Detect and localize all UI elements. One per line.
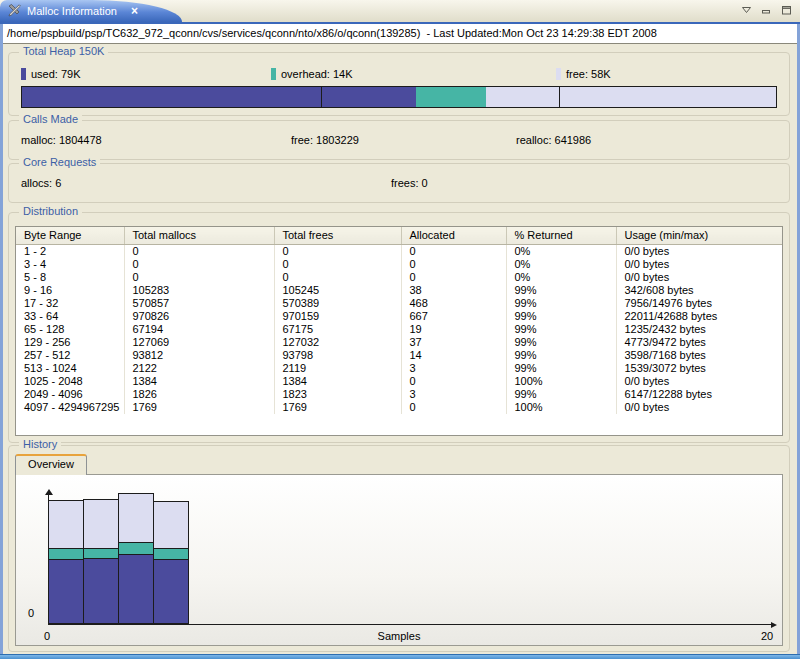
table-cell: 0%: [506, 245, 616, 259]
table-cell: 0: [124, 271, 274, 284]
view-tab-bar: Malloc Information ×: [0, 0, 800, 24]
table-row[interactable]: 9 - 161052831052453899%342/608 bytes: [16, 284, 782, 297]
table-row[interactable]: 3 - 40000%0/0 bytes: [16, 258, 782, 271]
table-cell: 129 - 256: [16, 336, 124, 349]
column-header[interactable]: % Returned: [506, 227, 616, 245]
table-cell: 100%: [506, 401, 616, 414]
history-bar: [118, 493, 154, 624]
table-cell: 2049 - 4096: [16, 388, 124, 401]
table-row[interactable]: 513 - 102421222119399%1539/3072 bytes: [16, 362, 782, 375]
realloc-count: realloc: 641986: [516, 134, 591, 146]
table-cell: 100%: [506, 375, 616, 388]
column-header[interactable]: Total frees: [274, 227, 401, 245]
window-bottom-edge: [0, 654, 800, 659]
maximize-icon[interactable]: [781, 5, 792, 15]
column-header[interactable]: Allocated: [401, 227, 506, 245]
table-cell: 19: [401, 323, 506, 336]
table-cell: 22011/42688 bytes: [616, 310, 782, 323]
table-cell: 1539/3072 bytes: [616, 362, 782, 375]
used-swatch-icon: [21, 68, 26, 80]
y-axis: [48, 494, 49, 625]
table-row[interactable]: 257 - 51293812937981499%3598/7168 bytes: [16, 349, 782, 362]
table-row[interactable]: 33 - 6497082697015966799%22011/42688 byt…: [16, 310, 782, 323]
malloc-content: Total Heap 150K used: 79K overhead: 14K …: [3, 44, 797, 654]
column-header[interactable]: Usage (min/max): [616, 227, 782, 245]
table-cell: 342/608 bytes: [616, 284, 782, 297]
malloc-information-view: Malloc Information × /home/pspbuild/psp/…: [0, 0, 800, 659]
table-cell: 1769: [274, 401, 401, 414]
table-cell: 4097 - 4294967295: [16, 401, 124, 414]
heap-segment-free: [486, 87, 776, 107]
table-cell: 1826: [124, 388, 274, 401]
table-row[interactable]: 65 - 12867194671751999%1235/2432 bytes: [16, 323, 782, 336]
table-cell: 0%: [506, 258, 616, 271]
close-icon[interactable]: ×: [131, 4, 138, 18]
legend-overhead: overhead: 14K: [271, 68, 353, 80]
tab-overview[interactable]: Overview: [15, 454, 87, 475]
calls-made-group: Calls Made malloc: 1804478 free: 1803229…: [8, 120, 790, 160]
table-row[interactable]: 4097 - 4294967295176917690100%0/0 bytes: [16, 401, 782, 414]
table-cell: 0/0 bytes: [616, 401, 782, 414]
column-header[interactable]: Byte Range: [16, 227, 124, 245]
core-requests-title: Core Requests: [19, 156, 100, 168]
column-header[interactable]: Total mallocs: [124, 227, 274, 245]
table-cell: 67175: [274, 323, 401, 336]
table-cell: 1025 - 2048: [16, 375, 124, 388]
table-cell: 5 - 8: [16, 271, 124, 284]
table-row[interactable]: 17 - 3257085757038946899%7956/14976 byte…: [16, 297, 782, 310]
table-row[interactable]: 1025 - 2048138413840100%0/0 bytes: [16, 375, 782, 388]
table-row[interactable]: 129 - 2561270691270323799%4773/9472 byte…: [16, 336, 782, 349]
table-cell: 99%: [506, 336, 616, 349]
table-cell: 0/0 bytes: [616, 375, 782, 388]
heap-band-divider: [559, 87, 560, 107]
table-cell: 38: [401, 284, 506, 297]
table-cell: 67194: [124, 323, 274, 336]
table-cell: 4773/9472 bytes: [616, 336, 782, 349]
view-menu-icon[interactable]: [741, 6, 752, 14]
total-heap-group: Total Heap 150K used: 79K overhead: 14K …: [8, 52, 790, 116]
table-row[interactable]: 5 - 80000%0/0 bytes: [16, 271, 782, 284]
table-cell: 0/0 bytes: [616, 271, 782, 284]
history-bar-overhead: [154, 548, 188, 559]
table-cell: 2122: [124, 362, 274, 375]
table-cell: 93812: [124, 349, 274, 362]
table-cell: 0: [401, 258, 506, 271]
history-group: History Overview 0 0 Samples 20: [8, 445, 790, 652]
history-bar-free: [154, 502, 188, 548]
history-bar-used: [84, 558, 118, 623]
table-row[interactable]: 2049 - 409618261823399%6147/12288 bytes: [16, 388, 782, 401]
history-bar-used: [154, 559, 188, 624]
malloc-count: malloc: 1804478: [21, 134, 102, 146]
table-cell: 1769: [124, 401, 274, 414]
table-cell: 1823: [274, 388, 401, 401]
table-cell: 99%: [506, 310, 616, 323]
table-cell: 105283: [124, 284, 274, 297]
core-requests-group: Core Requests allocs: 6 frees: 0: [8, 163, 790, 203]
minimize-icon[interactable]: [761, 5, 772, 15]
distribution-group: Distribution Byte RangeTotal mallocsTota…: [8, 212, 790, 443]
table-row[interactable]: 1 - 20000%0/0 bytes: [16, 245, 782, 259]
table-cell: 0: [401, 401, 506, 414]
table-cell: 0: [401, 375, 506, 388]
history-bar-overhead: [84, 548, 118, 558]
frees-count: frees: 0: [391, 177, 428, 189]
history-bar-used: [119, 554, 153, 623]
calls-made-title: Calls Made: [19, 113, 82, 125]
legend-free: free: 58K: [556, 68, 611, 80]
table-cell: 0: [274, 271, 401, 284]
table-cell: 33 - 64: [16, 310, 124, 323]
table-cell: 99%: [506, 388, 616, 401]
history-bar: [153, 501, 189, 624]
x-axis-arrow-icon: [771, 622, 777, 628]
table-cell: 3598/7168 bytes: [616, 349, 782, 362]
tools-icon: [7, 3, 22, 19]
table-cell: 0: [124, 245, 274, 259]
x-axis-label: Samples: [16, 630, 782, 642]
table-cell: 3: [401, 362, 506, 375]
y-axis-arrow-icon: [45, 489, 53, 495]
table-cell: 3 - 4: [16, 258, 124, 271]
table-cell: 65 - 128: [16, 323, 124, 336]
table-cell: 37: [401, 336, 506, 349]
table-cell: 1384: [274, 375, 401, 388]
tab-malloc-information[interactable]: Malloc Information ×: [0, 0, 182, 22]
